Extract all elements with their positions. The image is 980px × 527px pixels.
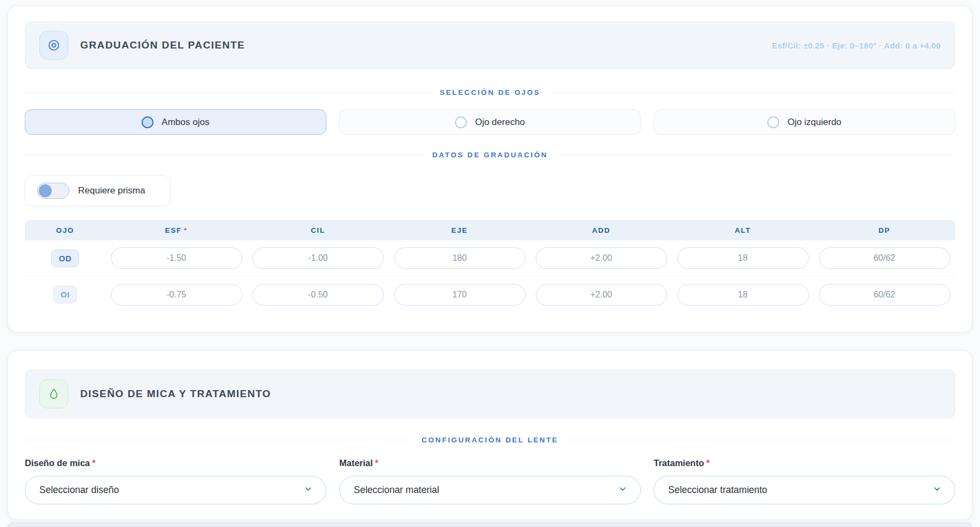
graduation-data-section: DATOS DE GRADUACIÓN xyxy=(25,151,955,159)
od-add-input[interactable] xyxy=(536,247,667,269)
lens-config-label: CONFIGURACIÓN DEL LENTE xyxy=(412,436,568,444)
select-placeholder: Seleccionar diseño xyxy=(39,484,119,496)
od-alt-input[interactable] xyxy=(677,247,809,269)
field-material: Material* Seleccionar material xyxy=(339,458,641,504)
prescription-card-title: GRADUACIÓN DEL PACIENTE xyxy=(80,39,245,51)
oi-add-input[interactable] xyxy=(536,284,667,306)
treatment-select[interactable]: Seleccionar tratamiento xyxy=(654,476,955,504)
prism-toggle-label: Requiere prisma xyxy=(78,185,145,196)
graduation-table: OJO ESF* CIL EJE ADD ALT DP OD OI xyxy=(25,220,955,313)
eye-target-icon xyxy=(39,31,68,60)
header-eje: EJE xyxy=(389,226,530,234)
radio-label: Ojo derecho xyxy=(475,117,525,128)
prism-toggle-card: Requiere prisma xyxy=(25,175,171,206)
radio-unselected-icon xyxy=(455,116,467,128)
od-dp-input[interactable] xyxy=(819,247,950,269)
lens-design-card: DISEÑO DE MICA Y TRATAMIENTO CONFIGURACI… xyxy=(8,350,972,520)
prism-toggle[interactable] xyxy=(37,183,69,199)
lens-design-card-header: DISEÑO DE MICA Y TRATAMIENTO xyxy=(25,370,955,418)
chevron-down-icon xyxy=(304,484,313,496)
next-card-top-edge xyxy=(8,522,972,527)
divider xyxy=(25,92,430,93)
chevron-down-icon xyxy=(618,484,627,496)
required-asterisk: * xyxy=(92,458,95,468)
table-row-oi: OI xyxy=(25,276,955,313)
oi-badge: OI xyxy=(53,286,78,303)
field-treatment: Tratamiento* Seleccionar tratamiento xyxy=(654,458,955,504)
prescription-ranges-hint: Esf/Cil: ±0.25 · Eje: 0–180° · Add: 0 a … xyxy=(772,41,941,50)
lens-design-label: Diseño de mica* xyxy=(25,458,326,468)
eye-selection-section: SELECCIÓN DE OJOS xyxy=(25,88,955,96)
chevron-down-icon xyxy=(933,484,942,496)
toggle-knob xyxy=(39,184,52,197)
lens-config-section: CONFIGURACIÓN DEL LENTE xyxy=(25,436,955,444)
drop-icon xyxy=(39,379,68,408)
divider xyxy=(25,440,412,440)
radio-unselected-icon xyxy=(767,116,779,128)
header-esf: ESF* xyxy=(106,226,247,234)
divider xyxy=(25,155,423,155)
field-lens-design: Diseño de mica* Seleccionar diseño xyxy=(25,458,326,504)
eye-selection-options: Ambos ojos Ojo derecho Ojo izquierdo xyxy=(25,109,955,135)
radio-selected-icon xyxy=(142,116,153,128)
required-asterisk: * xyxy=(184,226,188,234)
header-dp: DP xyxy=(814,226,955,234)
od-badge: OD xyxy=(51,249,79,267)
lens-design-card-title: DISEÑO DE MICA Y TRATAMIENTO xyxy=(80,388,271,400)
od-eje-input[interactable] xyxy=(394,247,526,269)
select-placeholder: Seleccionar material xyxy=(354,484,439,496)
radio-left-eye[interactable]: Ojo izquierdo xyxy=(654,109,955,135)
oi-cil-input[interactable] xyxy=(253,284,384,306)
select-placeholder: Seleccionar tratamiento xyxy=(668,484,767,496)
material-label: Material* xyxy=(339,458,641,468)
table-header-row: OJO ESF* CIL EJE ADD ALT DP xyxy=(25,220,955,240)
od-cil-input[interactable] xyxy=(253,247,384,269)
oi-esf-input[interactable] xyxy=(111,284,242,306)
divider xyxy=(557,155,955,155)
patient-prescription-card: GRADUACIÓN DEL PACIENTE Esf/Cil: ±0.25 ·… xyxy=(8,5,972,332)
oi-dp-input[interactable] xyxy=(819,284,950,306)
radio-right-eye[interactable]: Ojo derecho xyxy=(339,109,641,135)
divider xyxy=(568,440,955,440)
treatment-label: Tratamiento* xyxy=(654,458,955,468)
od-esf-input[interactable] xyxy=(111,247,242,269)
radio-both-eyes[interactable]: Ambos ojos xyxy=(25,109,326,135)
material-select[interactable]: Seleccionar material xyxy=(339,476,641,504)
required-asterisk: * xyxy=(375,458,378,468)
lens-design-select[interactable]: Seleccionar diseño xyxy=(25,476,326,504)
eye-selection-label: SELECCIÓN DE OJOS xyxy=(430,88,550,96)
prescription-card-header: GRADUACIÓN DEL PACIENTE Esf/Cil: ±0.25 ·… xyxy=(25,22,955,69)
radio-label: Ojo izquierdo xyxy=(787,117,841,128)
lens-config-fields: Diseño de mica* Seleccionar diseño Mater… xyxy=(25,458,955,504)
oi-eje-input[interactable] xyxy=(394,284,526,306)
header-add: ADD xyxy=(530,226,672,234)
oi-alt-input[interactable] xyxy=(677,284,809,306)
header-ojo: OJO xyxy=(25,226,106,234)
table-row-od: OD xyxy=(25,240,955,276)
divider xyxy=(550,92,955,93)
header-cil: CIL xyxy=(247,226,389,234)
required-asterisk: * xyxy=(706,458,710,468)
eye-badge-cell: OD xyxy=(25,249,106,267)
eye-badge-cell: OI xyxy=(25,286,106,303)
header-alt: ALT xyxy=(672,226,814,234)
graduation-data-label: DATOS DE GRADUACIÓN xyxy=(423,151,558,159)
radio-label: Ambos ojos xyxy=(162,117,209,128)
